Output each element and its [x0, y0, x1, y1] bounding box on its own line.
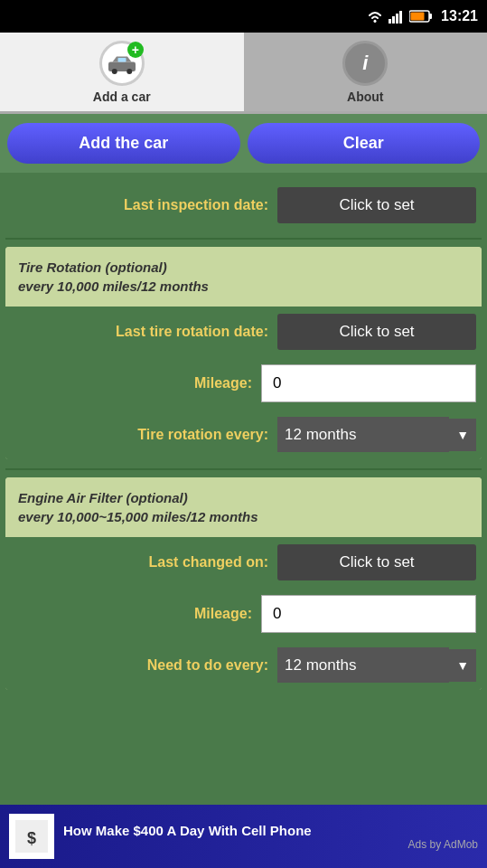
- ad-logo-icon: $: [15, 820, 48, 853]
- svg-point-10: [126, 69, 132, 74]
- filter-every-row: Need to do every: 6 months 12 months 24 …: [5, 640, 482, 690]
- clear-button[interactable]: Clear: [248, 123, 481, 164]
- tab-about[interactable]: i About: [244, 33, 488, 111]
- tab-bar: + Add a car i About: [0, 33, 487, 114]
- svg-rect-3: [396, 14, 398, 24]
- tab-about-label: About: [347, 90, 383, 104]
- engine-air-filter-section: Engine Air Filter (optional)every 10,000…: [5, 477, 482, 690]
- tire-rotation-every-dropdown[interactable]: 6 months 12 months 24 months: [277, 417, 449, 452]
- ad-banner[interactable]: $ How Make $400 A Day With Cell Phone Ad…: [0, 805, 487, 868]
- last-changed-button[interactable]: Click to set: [277, 544, 476, 580]
- last-tire-rotation-button[interactable]: Click to set: [277, 314, 476, 350]
- svg-rect-1: [389, 19, 391, 24]
- divider-2: [5, 468, 482, 470]
- engine-air-filter-header: Engine Air Filter (optional)every 10,000…: [5, 477, 482, 537]
- filter-every-dropdown[interactable]: 6 months 12 months 24 months: [277, 647, 449, 683]
- tire-rotation-every-label: Tire rotation every:: [11, 427, 277, 443]
- tire-rotation-header-text: Tire Rotation (optional)every 10,000 mil…: [18, 259, 209, 294]
- svg-rect-7: [411, 13, 425, 21]
- tire-rotation-every-row: Tire rotation every: 6 months 12 months …: [5, 410, 482, 459]
- tire-mileage-input[interactable]: [261, 364, 476, 402]
- svg-rect-4: [399, 11, 402, 24]
- divider-1: [5, 238, 482, 240]
- tire-dropdown-arrow-icon: ▼: [449, 419, 476, 451]
- tire-rotation-header: Tire Rotation (optional)every 10,000 mil…: [5, 247, 482, 307]
- content-area: Last inspection date: Click to set Tire …: [0, 173, 487, 800]
- ad-sub: Ads by AdMob: [63, 838, 478, 851]
- last-tire-rotation-label: Last tire rotation date:: [11, 324, 277, 340]
- filter-mileage-label: Mileage:: [11, 606, 261, 622]
- wifi-icon: [366, 9, 384, 24]
- battery-icon: [409, 10, 433, 23]
- time-display: 13:21: [441, 8, 478, 24]
- ad-icon: $: [9, 814, 54, 859]
- filter-mileage-input[interactable]: [261, 595, 476, 633]
- engine-air-filter-header-text: Engine Air Filter (optional)every 10,000…: [18, 490, 258, 524]
- svg-point-0: [374, 20, 377, 23]
- status-bar: 13:21: [0, 0, 487, 33]
- tire-rotation-dropdown-container: 6 months 12 months 24 months ▼: [277, 417, 476, 452]
- svg-text:$: $: [27, 829, 36, 847]
- plus-badge: +: [127, 42, 144, 58]
- filter-every-dropdown-container: 6 months 12 months 24 months ▼: [277, 647, 476, 683]
- status-icons: 13:21: [366, 8, 478, 24]
- tab-add-car-label: Add a car: [93, 90, 151, 104]
- filter-every-label: Need to do every:: [11, 657, 277, 674]
- last-inspection-row: Last inspection date: Click to set: [5, 180, 482, 231]
- add-car-button[interactable]: Add the car: [7, 123, 240, 164]
- ad-title: How Make $400 A Day With Cell Phone: [63, 823, 478, 838]
- last-changed-row: Last changed on: Click to set: [5, 537, 482, 588]
- svg-rect-2: [392, 16, 395, 24]
- ad-text-block: How Make $400 A Day With Cell Phone Ads …: [63, 823, 478, 851]
- tab-add-car[interactable]: + Add a car: [0, 33, 244, 111]
- tire-mileage-label: Mileage:: [11, 375, 261, 392]
- last-inspection-label: Last inspection date:: [11, 197, 277, 213]
- signal-icon: [389, 9, 405, 24]
- svg-rect-6: [429, 14, 432, 19]
- engine-air-filter-body: Last changed on: Click to set Mileage: N…: [5, 537, 482, 690]
- last-tire-rotation-row: Last tire rotation date: Click to set: [5, 307, 482, 357]
- filter-dropdown-arrow-icon: ▼: [449, 649, 476, 682]
- svg-point-9: [112, 69, 117, 74]
- svg-rect-11: [117, 58, 126, 62]
- action-buttons: Add the car Clear: [0, 114, 487, 173]
- tire-rotation-section: Tire Rotation (optional)every 10,000 mil…: [5, 247, 482, 459]
- tire-mileage-row: Mileage:: [5, 357, 482, 410]
- about-icon: i: [362, 52, 368, 75]
- last-changed-label: Last changed on:: [11, 554, 277, 571]
- filter-mileage-row: Mileage:: [5, 588, 482, 640]
- tire-rotation-body: Last tire rotation date: Click to set Mi…: [5, 307, 482, 459]
- last-inspection-date-button[interactable]: Click to set: [277, 187, 476, 223]
